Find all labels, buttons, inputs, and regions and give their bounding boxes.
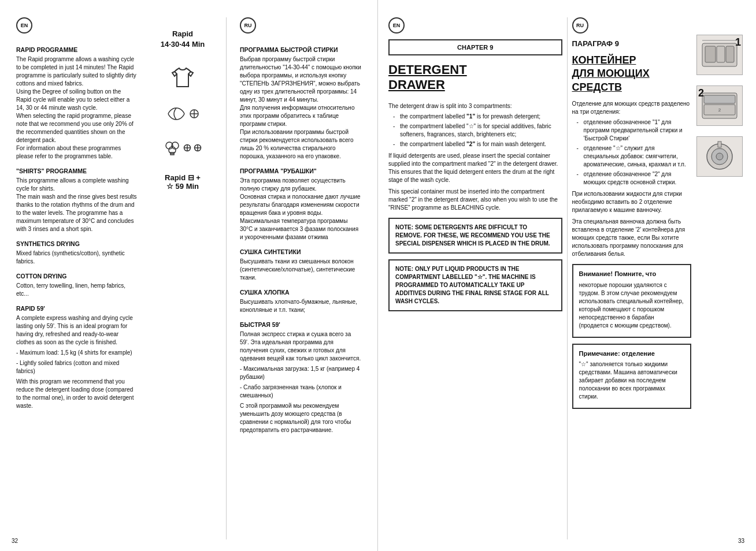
- ru-bullet-2: отделение "☆" служит для специальных доб…: [577, 144, 692, 169]
- note-ru-text: "☆" заполняется только жидкими средствам…: [579, 360, 685, 401]
- ru-body2: Эта специальная ванночка должна быть вст…: [572, 218, 692, 258]
- chapter-title: DETERGENT DRAWER: [388, 62, 562, 93]
- ru-chapter-lang-badge: RU: [572, 17, 588, 33]
- ru-rapid59-fabric: - Слабо загрязненная ткань (хлопок и сме…: [240, 384, 361, 400]
- ru-rapid-prog-title: ПРОГРАММА БЫСТРОЙ СТИРКИ: [240, 46, 361, 53]
- synthetics-drying-text: Mixed fabrics (synthetics/cotton), synth…: [16, 250, 138, 266]
- rapid-label: Rapid14·30·44 Min: [161, 29, 205, 50]
- ru-column: RU ПРОГРАММА БЫСТРОЙ СТИРКИ Выбрав прогр…: [235, 17, 366, 539]
- synthetics-icon-area: [166, 105, 199, 122]
- ru-shirts-text: Эта программа позволяет осуществить полн…: [240, 177, 361, 241]
- ru-chapter-col: RU ПАРАГРАФ 9 КОНТЕЙНЕР ДЛЯ МОЮЩИХ СРЕДС…: [568, 17, 751, 539]
- svg-text:2: 2: [718, 107, 721, 113]
- diagram-box-3: [696, 136, 743, 177]
- ru-rapid-prog-text: Выбрав программу быстрой стирки длительн…: [240, 55, 361, 161]
- chapter-label: CHAPTER 9: [388, 39, 562, 55]
- diagram-num-2: 2: [698, 87, 740, 99]
- en-chapter-lang-badge: EN: [388, 17, 405, 33]
- ru-bullet-1: отделение обозначенное "1" для программ …: [577, 118, 692, 143]
- rapid-prog-title: RAPID PROGRAMME: [16, 46, 138, 53]
- diagram-box-1: 1: [696, 35, 743, 75]
- ru-rapid59-text: Полная экспресс стирка и сушка всего за …: [240, 330, 361, 363]
- rapid59-load: - Maximum load: 1,5 kg (4 shirts for exa…: [16, 349, 138, 357]
- en-lang-badge: EN: [16, 17, 32, 33]
- ru-synthetics-text: Высушивать ткани из смешанных волокон (с…: [240, 258, 361, 282]
- ru-body1: При использовании жидкости для стирки не…: [572, 190, 692, 214]
- rapid59-title: RAPID 59': [16, 305, 138, 312]
- en-bullet-1: the compartment labelled "1" is for prew…: [393, 113, 562, 121]
- en-bullet-2: the compartment labelled "☆" is for spec…: [393, 122, 562, 139]
- svg-rect-25: [718, 142, 721, 147]
- center-icons-col: Rapid14·30·44 Min: [148, 17, 217, 539]
- ru-cotton-title: СУШКА ХЛОПКА: [240, 289, 361, 296]
- ru-bullet-3: отделение обозначенное "2" для моющих ср…: [577, 170, 692, 187]
- en-column: EN RAPID PROGRAMME The Rapid programme a…: [12, 17, 142, 539]
- en-body1: If liquid detergents are used, please in…: [388, 152, 562, 184]
- left-page: EN RAPID PROGRAMME The Rapid programme a…: [0, 0, 378, 551]
- ru-rapid59-load: - Максимальная загрузка: 1,5 кг (наприме…: [240, 365, 361, 381]
- cotton-icon-area: [164, 140, 202, 156]
- attention-text: некоторые порошки удаляются с трудом. В …: [579, 281, 685, 330]
- note1-box: NOTE: SOME DETERGENTS ARE DIFFICULT TO R…: [388, 218, 562, 254]
- svg-rect-14: [705, 46, 716, 62]
- rapid59-label: Rapid ⊟ +☆ 59 Min: [165, 173, 201, 191]
- rapid59-fabric: - Lightly soiled fabrics (cotton and mix…: [16, 359, 138, 375]
- cotton-drying-text: Cotton, terry towelling, linen, hemp fab…: [16, 282, 138, 298]
- ru-chapter-title: КОНТЕЙНЕР ДЛЯ МОЮЩИХ СРЕДСТВ: [572, 54, 692, 94]
- right-page: EN CHAPTER 9 DETERGENT DRAWER The deterg…: [378, 0, 756, 551]
- ru-cotton-text: Высушивать хлопчато-бумажные, льняные, к…: [240, 298, 361, 314]
- attention-box: Внимание! Помните, что некоторые порошки…: [572, 264, 692, 337]
- rapid59-rec: With this program we recommend that you …: [16, 378, 138, 410]
- diagram-num-1: 1: [735, 36, 741, 49]
- note-ru-box: Примечание: отделение "☆" заполняется то…: [572, 344, 692, 409]
- ru-intro: Отделение для моющих средств разделено н…: [572, 100, 692, 116]
- shirts-prog-title: "SHIRTS" PROGRAMME: [16, 167, 138, 174]
- synthetics-drying-title: SYNTHETICS DRYING: [16, 240, 138, 247]
- ru-shirts-title: ПРОГРАММА "РУБАШКИ": [240, 167, 361, 174]
- ru-para-label: ПАРАГРАФ 9: [572, 39, 692, 48]
- diagram-box-2: 2 2: [696, 85, 743, 126]
- en-bullet-list: the compartment labelled "1" is for prew…: [388, 113, 562, 148]
- diagrams-column: 1 2 2: [694, 17, 746, 539]
- rapid59-text: A complete express washing and drying cy…: [16, 314, 138, 347]
- ru-rapid59-rec: С этой программой мы рекомендуем уменьши…: [240, 402, 361, 434]
- attention-title: Внимание! Помните, что: [579, 270, 685, 278]
- page-number-right: 33: [738, 538, 744, 544]
- svg-rect-15: [717, 46, 725, 62]
- shirt-icon-area: [171, 67, 194, 88]
- en-intro: The detergent draw is split into 3 compa…: [388, 102, 562, 110]
- ru-rapid59-title: БЫСТРАЯ 59': [240, 321, 361, 328]
- shirts-prog-text: This programme allows a complete washing…: [16, 177, 138, 233]
- page-number-left: 32: [12, 538, 18, 544]
- en-bullet-3: the compartment labelled "2" is for main…: [393, 140, 562, 148]
- note-ru-title: Примечание: отделение: [579, 349, 685, 358]
- svg-rect-16: [726, 46, 734, 62]
- cotton-drying-title: COTTON DRYING: [16, 273, 138, 280]
- rapid-prog-text: The Rapid programme allows a washing cyc…: [16, 55, 138, 161]
- ru-synthetics-title: СУШКА СИНТЕТИКИ: [240, 248, 361, 255]
- ru-lang-badge: RU: [240, 17, 256, 33]
- note2-box: NOTE: ONLY PUT LIQUID PRODUCTS IN THE CO…: [388, 259, 562, 311]
- en-body2: This special container must be inserted …: [388, 188, 562, 212]
- ru-bullet-list: отделение обозначенное "1" для программ …: [572, 118, 692, 187]
- en-chapter-col: EN CHAPTER 9 DETERGENT DRAWER The deterg…: [384, 17, 567, 539]
- svg-point-24: [716, 153, 723, 160]
